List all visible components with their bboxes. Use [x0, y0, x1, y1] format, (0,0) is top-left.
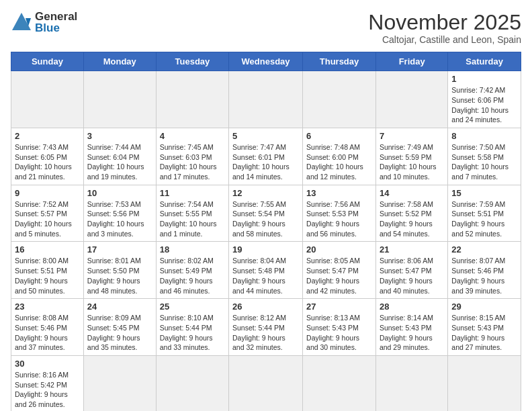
calendar-cell: 21Sunrise: 8:06 AMSunset: 5:47 PMDayligh… [375, 242, 447, 299]
day-number: 9 [15, 188, 80, 198]
calendar-cell [156, 355, 228, 411]
calendar-cell: 20Sunrise: 8:05 AMSunset: 5:47 PMDayligh… [303, 242, 376, 299]
week-row-1: 2Sunrise: 7:43 AMSunset: 6:05 PMDaylight… [11, 128, 521, 185]
day-info: Sunrise: 8:08 AMSunset: 5:46 PMDaylight:… [15, 313, 80, 353]
calendar-cell: 5Sunrise: 7:47 AMSunset: 6:01 PMDaylight… [229, 128, 303, 185]
day-info: Sunrise: 8:09 AMSunset: 5:45 PMDaylight:… [87, 313, 152, 353]
calendar-cell: 29Sunrise: 8:15 AMSunset: 5:43 PMDayligh… [448, 299, 521, 356]
day-info: Sunrise: 8:05 AMSunset: 5:47 PMDaylight:… [306, 256, 372, 295]
day-number: 20 [306, 244, 372, 255]
day-number: 11 [160, 188, 225, 198]
logo: General Blue [11, 11, 77, 34]
calendar-cell: 26Sunrise: 8:12 AMSunset: 5:44 PMDayligh… [229, 299, 303, 356]
day-info: Sunrise: 7:58 AMSunset: 5:52 PMDaylight:… [380, 199, 444, 239]
day-info: Sunrise: 7:53 AMSunset: 5:56 PMDaylight:… [87, 199, 152, 239]
day-info: Sunrise: 8:01 AMSunset: 5:50 PMDaylight:… [87, 256, 152, 295]
day-number: 1 [451, 74, 517, 84]
day-number: 29 [451, 302, 517, 312]
day-number: 12 [232, 188, 299, 198]
title-area: November 2025 Caltojar, Castille and Leo… [368, 11, 521, 45]
day-number: 24 [87, 302, 152, 312]
day-info: Sunrise: 7:43 AMSunset: 6:05 PMDaylight:… [15, 142, 80, 182]
calendar-cell: 23Sunrise: 8:08 AMSunset: 5:46 PMDayligh… [11, 299, 84, 356]
day-number: 21 [380, 244, 444, 255]
day-number: 4 [160, 131, 225, 141]
day-info: Sunrise: 8:07 AMSunset: 5:46 PMDaylight:… [451, 256, 517, 295]
logo-wrapper: General Blue [11, 11, 77, 34]
day-info: Sunrise: 8:02 AMSunset: 5:49 PMDaylight:… [160, 256, 225, 295]
calendar-cell: 13Sunrise: 7:56 AMSunset: 5:53 PMDayligh… [303, 185, 376, 242]
day-info: Sunrise: 8:04 AMSunset: 5:48 PMDaylight:… [232, 256, 299, 295]
day-info: Sunrise: 8:06 AMSunset: 5:47 PMDaylight:… [380, 256, 444, 295]
calendar-cell: 28Sunrise: 8:14 AMSunset: 5:43 PMDayligh… [375, 299, 447, 356]
day-number: 14 [380, 188, 444, 198]
weekday-header-friday: Friday [375, 52, 447, 71]
calendar-cell: 25Sunrise: 8:10 AMSunset: 5:44 PMDayligh… [156, 299, 228, 356]
day-info: Sunrise: 7:45 AMSunset: 6:03 PMDaylight:… [160, 142, 225, 182]
logo-text: General Blue [35, 11, 77, 34]
calendar-cell [303, 355, 376, 411]
day-info: Sunrise: 8:10 AMSunset: 5:44 PMDaylight:… [160, 313, 225, 353]
calendar-cell: 3Sunrise: 7:44 AMSunset: 6:04 PMDaylight… [83, 128, 156, 185]
week-row-0: 1Sunrise: 7:42 AMSunset: 6:06 PMDaylight… [11, 71, 521, 128]
calendar-cell: 16Sunrise: 8:00 AMSunset: 5:51 PMDayligh… [11, 242, 84, 299]
calendar-cell: 14Sunrise: 7:58 AMSunset: 5:52 PMDayligh… [375, 185, 447, 242]
day-info: Sunrise: 8:14 AMSunset: 5:43 PMDaylight:… [380, 313, 444, 353]
calendar-cell: 4Sunrise: 7:45 AMSunset: 6:03 PMDaylight… [156, 128, 228, 185]
calendar-cell [229, 355, 303, 411]
week-row-5: 30Sunrise: 8:16 AMSunset: 5:42 PMDayligh… [11, 355, 521, 411]
month-title: November 2025 [368, 11, 521, 34]
calendar-cell: 27Sunrise: 8:13 AMSunset: 5:43 PMDayligh… [303, 299, 376, 356]
day-info: Sunrise: 7:54 AMSunset: 5:55 PMDaylight:… [160, 199, 225, 239]
calendar-cell: 8Sunrise: 7:50 AMSunset: 5:58 PMDaylight… [448, 128, 521, 185]
day-info: Sunrise: 8:12 AMSunset: 5:44 PMDaylight:… [232, 313, 299, 353]
day-info: Sunrise: 7:48 AMSunset: 6:00 PMDaylight:… [306, 142, 372, 182]
day-number: 6 [306, 131, 372, 141]
logo-general: General [35, 11, 77, 22]
weekday-header-sunday: Sunday [11, 52, 84, 71]
header: General Blue November 2025 Caltojar, Cas… [11, 11, 521, 45]
day-number: 28 [380, 302, 444, 312]
calendar-cell: 1Sunrise: 7:42 AMSunset: 6:06 PMDaylight… [448, 71, 521, 128]
calendar-cell: 22Sunrise: 8:07 AMSunset: 5:46 PMDayligh… [448, 242, 521, 299]
week-row-4: 23Sunrise: 8:08 AMSunset: 5:46 PMDayligh… [11, 299, 521, 356]
weekday-header-wednesday: Wednesday [229, 52, 303, 71]
calendar-cell [375, 355, 447, 411]
calendar-cell: 30Sunrise: 8:16 AMSunset: 5:42 PMDayligh… [11, 355, 84, 411]
logo-blue: Blue [35, 22, 77, 34]
calendar-cell: 18Sunrise: 8:02 AMSunset: 5:49 PMDayligh… [156, 242, 228, 299]
day-info: Sunrise: 7:55 AMSunset: 5:54 PMDaylight:… [232, 199, 299, 239]
day-info: Sunrise: 7:47 AMSunset: 6:01 PMDaylight:… [232, 142, 299, 182]
calendar-cell: 17Sunrise: 8:01 AMSunset: 5:50 PMDayligh… [83, 242, 156, 299]
calendar-cell [156, 71, 228, 128]
week-row-2: 9Sunrise: 7:52 AMSunset: 5:57 PMDaylight… [11, 185, 521, 242]
day-number: 2 [15, 131, 80, 141]
day-number: 15 [451, 188, 517, 198]
day-info: Sunrise: 8:15 AMSunset: 5:43 PMDaylight:… [451, 313, 517, 353]
day-number: 13 [306, 188, 372, 198]
calendar-cell [303, 71, 376, 128]
day-info: Sunrise: 8:16 AMSunset: 5:42 PMDaylight:… [15, 370, 80, 410]
day-info: Sunrise: 7:52 AMSunset: 5:57 PMDaylight:… [15, 199, 80, 239]
calendar-cell [11, 71, 84, 128]
calendar-cell [375, 71, 447, 128]
day-number: 27 [306, 302, 372, 312]
day-number: 3 [87, 131, 152, 141]
weekday-header-row: SundayMondayTuesdayWednesdayThursdayFrid… [11, 52, 521, 71]
day-number: 30 [15, 359, 80, 369]
day-number: 26 [232, 302, 299, 312]
calendar-cell [448, 355, 521, 411]
day-number: 19 [232, 244, 299, 255]
day-number: 10 [87, 188, 152, 198]
calendar-cell [229, 71, 303, 128]
calendar-cell: 19Sunrise: 8:04 AMSunset: 5:48 PMDayligh… [229, 242, 303, 299]
day-number: 17 [87, 244, 152, 255]
day-number: 7 [380, 131, 444, 141]
day-info: Sunrise: 7:49 AMSunset: 5:59 PMDaylight:… [380, 142, 444, 182]
subtitle: Caltojar, Castille and Leon, Spain [368, 34, 521, 45]
calendar-cell: 6Sunrise: 7:48 AMSunset: 6:00 PMDaylight… [303, 128, 376, 185]
calendar-cell: 2Sunrise: 7:43 AMSunset: 6:05 PMDaylight… [11, 128, 84, 185]
calendar-cell: 11Sunrise: 7:54 AMSunset: 5:55 PMDayligh… [156, 185, 228, 242]
day-number: 16 [15, 244, 80, 255]
calendar-cell [83, 71, 156, 128]
